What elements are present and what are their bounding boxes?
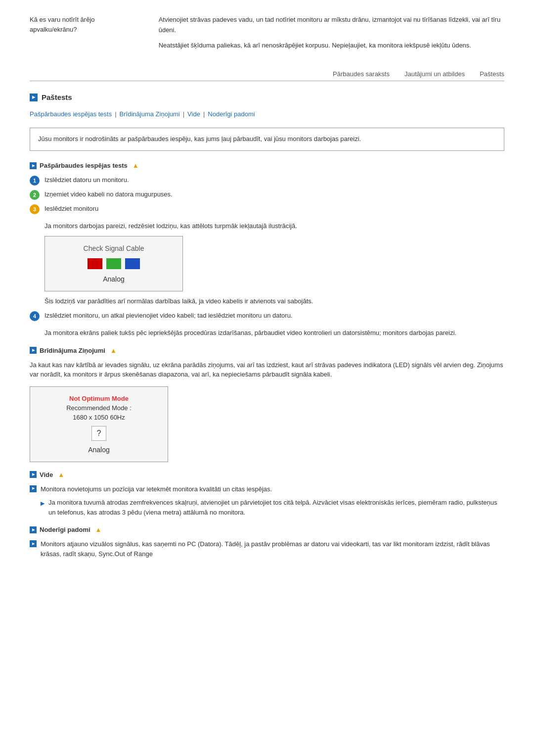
step3-note: Šis lodziņš var parādīties arī normālas …: [44, 296, 504, 306]
signal-analog-text: Analog: [55, 275, 173, 283]
subsection4-title: Noderīgi padomi ▲: [30, 526, 504, 533]
nav-tabs: Pārbaudes saraksts Jautājumi un atbildes…: [30, 70, 504, 81]
subsection1-icon: [30, 162, 37, 169]
color-sq-red: [88, 258, 102, 269]
subsection3-icon: [30, 471, 37, 478]
color-sq-green: [106, 258, 121, 269]
subsection2-icon: [30, 347, 37, 354]
tab-parbaudes-saraksts[interactable]: Pārbaudes saraksts: [333, 70, 390, 78]
step-item-2: 2 Izņemiet video kabeli no datora mugurp…: [30, 189, 504, 200]
links-row: Pašpārbaudes iespējas tests | Brīdinājum…: [30, 110, 504, 118]
noderigi-bullet-icon-1: [30, 540, 37, 547]
info-box: Jūsu monitors ir nodrošināts ar pašpārba…: [30, 128, 504, 151]
tab-jautajumi[interactable]: Jautājumi un atbildes: [404, 70, 465, 78]
link-noderigi[interactable]: Noderīgi padomi: [208, 110, 255, 118]
step-number-2: 2: [30, 190, 40, 200]
faq-question: Kā es varu notīrīt ārējo apvalku/ekrānu?: [30, 15, 139, 55]
signal-cable-title: Check Signal Cable: [55, 244, 173, 252]
step-item-4: 4 Izslēdziet monitoru, un atkal pievieno…: [30, 311, 504, 321]
arrow-icon-1: ▶: [41, 499, 44, 508]
subsection3-title-text: Vide: [40, 471, 53, 478]
noderigi-bullets: Monitors atjauno vizuālos signālus, kas …: [30, 539, 504, 559]
noderigi-bullet-1: Monitors atjauno vizuālos signālus, kas …: [30, 539, 504, 559]
tab-pashtests[interactable]: Paštests: [480, 70, 504, 78]
link-pashparbaudes[interactable]: Pašpārbaudes iespējas tests: [30, 110, 112, 118]
step-list: 1 Izslēdziet datoru un monitoru. 2 Izņem…: [30, 175, 504, 214]
warning-icon-3: ▲: [58, 471, 64, 478]
step-item-1: 1 Izslēdziet datoru un monitoru.: [30, 175, 504, 186]
optimum-analog-text: Analog: [40, 446, 158, 454]
vide-sub-bullet-1: ▶ Ja monitora tuvumā atrodas zemfrekvenc…: [41, 498, 504, 517]
vide-bullets: Monitora novietojums un pozīcija var iet…: [30, 484, 504, 518]
step-number-3: 3: [30, 204, 40, 214]
subsection2-text: Ja kaut kas nav kārtībā ar ievades signā…: [30, 360, 504, 379]
not-optimum-text: Not Optimum Mode: [40, 395, 158, 402]
vide-bullet-1: Monitora novietojums un pozīcija var iet…: [30, 484, 504, 494]
subsection3-title: Vide ▲: [30, 471, 504, 478]
step3-sub-text: Ja monitors darbojas pareizi, redzēsiet …: [44, 221, 504, 231]
signal-cable-box: Check Signal Cable Analog: [44, 236, 183, 291]
vide-bullet-icon-1: [30, 485, 37, 492]
step-number-1: 1: [30, 176, 40, 186]
step4-list: 4 Izslēdziet monitoru, un atkal pievieno…: [30, 311, 504, 321]
subsection1-title-text: Pašpārbaudes iespējas tests: [40, 162, 128, 169]
warning-icon-1: ▲: [133, 162, 139, 169]
subsection1-title: Pašpārbaudes iespējas tests ▲: [30, 162, 504, 169]
question-mark: ?: [91, 426, 106, 441]
warning-icon-4: ▲: [95, 526, 102, 533]
subsection2-title-text: Brīdinājuma Ziņojumi: [40, 347, 105, 354]
warning-icon-2: ▲: [110, 347, 117, 354]
recommended-text: Recommended Mode :: [40, 404, 158, 412]
step-number-4: 4: [30, 311, 40, 321]
section-title-text: Paštests: [42, 93, 72, 101]
optimum-box: Not Optimum Mode Recommended Mode : 1680…: [30, 386, 168, 462]
section-title-icon: [30, 94, 38, 101]
top-section: Kā es varu notīrīt ārējo apvalku/ekrānu?…: [30, 15, 504, 55]
link-vide[interactable]: Vide: [187, 110, 200, 118]
faq-answer-2: Neatstājiet šķīduma paliekas, kā arī nen…: [159, 41, 504, 51]
subsection4-icon: [30, 526, 37, 533]
step4-sub-text: Ja monitora ekrāns paliek tukšs pēc iepr…: [44, 328, 504, 338]
faq-answers: Atvienojiet strāvas padeves vadu, un tad…: [159, 15, 504, 55]
pashtests-section: Paštests Pašpārbaudes iespējas tests | B…: [30, 93, 504, 559]
section-title: Paštests: [30, 93, 504, 101]
step-item-3: 3 Ieslēdziet monitoru: [30, 204, 504, 214]
color-sq-blue: [125, 258, 140, 269]
faq-answer-1: Atvienojiet strāvas padeves vadu, un tad…: [159, 15, 504, 36]
link-bridinajuma[interactable]: Brīdinājuma Ziņojumi: [120, 110, 180, 118]
subsection4-title-text: Noderīgi padomi: [40, 526, 90, 533]
resolution-text: 1680 x 1050 60Hz: [40, 414, 158, 421]
color-squares: [55, 258, 173, 269]
subsection2-title: Brīdinājuma Ziņojumi ▲: [30, 347, 504, 354]
